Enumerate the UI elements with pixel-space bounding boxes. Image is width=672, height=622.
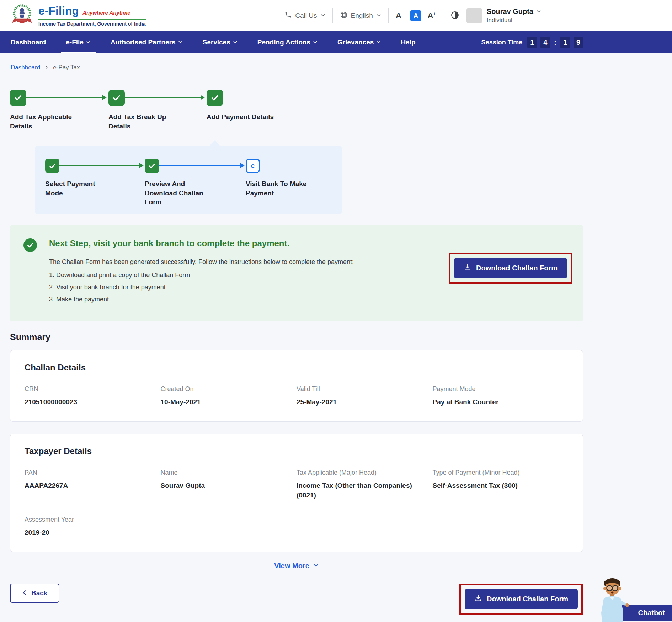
session-digit: 1 — [527, 37, 537, 48]
call-us-label: Call Us — [295, 12, 317, 20]
field-payment-mode: Payment Mode Pay at Bank Counter — [433, 385, 569, 407]
step-label-tax-applicable: Add Tax Applicable Details — [10, 112, 80, 131]
nav-item-services[interactable]: Services — [203, 31, 238, 53]
chevron-down-icon — [178, 38, 183, 46]
back-button[interactable]: Back — [10, 584, 59, 603]
header-divider — [388, 8, 389, 23]
brand-subtitle: Income Tax Department, Government of Ind… — [38, 21, 146, 27]
globe-icon — [340, 11, 348, 21]
nav-item-help[interactable]: Help — [401, 31, 415, 53]
breadcrumb-current: e-Pay Tax — [53, 64, 80, 71]
field-name: Name Sourav Gupta — [161, 469, 297, 500]
session-timer-label: Session Time — [481, 39, 523, 46]
step-complete-icon — [207, 90, 223, 106]
taxpayer-details-card: Taxpayer Details PAN AAAPA2267A Name Sou… — [10, 434, 583, 552]
substep-complete-icon — [45, 159, 59, 173]
field-pan: PAN AAAPA2267A — [25, 469, 161, 500]
nav-item-authorised-partners[interactable]: Authorised Partners — [111, 31, 183, 53]
brand-logo: e-Filing Anywhere Anytime Income Tax Dep… — [11, 3, 146, 28]
field-major-head: Tax Applicable (Major Head) Income Tax (… — [297, 469, 433, 500]
field-valid-till: Valid Till 25-May-2021 — [297, 385, 433, 407]
banner-intro: The Challan Form has been generated succ… — [49, 258, 437, 266]
nav-item-efile[interactable]: e-File — [66, 31, 91, 53]
substep-label-select-payment-mode: Select Payment Mode — [45, 179, 102, 197]
chevron-down-icon — [376, 12, 381, 20]
chevron-down-icon — [313, 38, 318, 46]
step-complete-icon — [108, 90, 125, 106]
chevron-down-icon — [313, 562, 319, 570]
chevron-right-icon — [44, 64, 49, 71]
download-challan-button-bottom[interactable]: Download Challan Form — [465, 589, 578, 609]
step-complete-icon — [10, 90, 26, 106]
substep-label-visit-bank: Visit Bank To Make Payment — [246, 179, 313, 197]
session-digit: 9 — [574, 37, 583, 48]
govt-emblem-icon — [11, 3, 33, 28]
chevron-left-icon — [22, 589, 27, 597]
banner-instruction: 3. Make the payment — [49, 296, 437, 303]
header-divider — [332, 8, 333, 23]
chevron-down-icon — [376, 38, 381, 46]
nav-item-pending-actions[interactable]: Pending Actions — [257, 31, 318, 53]
step-label-payment-details: Add Payment Details — [207, 112, 276, 122]
brand-tagline: Anywhere Anytime — [82, 10, 130, 16]
session-timer: Session Time 1 4 : 1 9 — [481, 37, 583, 48]
font-decrease-button[interactable]: A− — [396, 11, 404, 20]
stepper-connector — [125, 97, 201, 98]
top-header: e-Filing Anywhere Anytime Income Tax Dep… — [0, 0, 672, 31]
download-icon — [464, 263, 471, 273]
taxpayer-details-title: Taxpayer Details — [25, 446, 569, 456]
substepper-connector — [59, 165, 140, 166]
language-label: English — [351, 12, 373, 20]
download-icon — [474, 594, 482, 604]
substep-current-icon: c — [246, 159, 260, 173]
field-assessment-year: Assessment Year 2019-20 — [25, 516, 161, 538]
font-increase-button[interactable]: A+ — [427, 11, 436, 20]
substep-label-preview-download: Preview And Download Challan Form — [145, 179, 207, 207]
banner-instruction: 2. Visit your bank branch for the paymen… — [49, 284, 437, 291]
brand-divider — [38, 19, 146, 20]
user-role: Individual — [487, 17, 541, 24]
annotation-highlight-box: Download Challan Form — [449, 253, 572, 284]
chevron-down-icon — [536, 7, 541, 16]
chevron-down-icon — [320, 12, 325, 20]
main-stepper: Add Tax Applicable Details Add Tax Break… — [10, 90, 583, 139]
success-check-icon — [23, 238, 37, 252]
user-name: Sourav Gupta — [487, 7, 533, 16]
step-label-tax-breakup: Add Tax Break Up Details — [108, 112, 178, 131]
download-challan-button[interactable]: Download Challan Form — [454, 258, 567, 278]
banner-title: Next Step, visit your bank branch to com… — [49, 238, 437, 248]
chatbot-avatar[interactable] — [594, 578, 630, 622]
chevron-down-icon — [86, 38, 91, 46]
field-created-on: Created On 10-May-2021 — [161, 385, 297, 407]
success-banner: Next Step, visit your bank branch to com… — [10, 225, 583, 321]
contrast-toggle-icon[interactable] — [450, 11, 459, 21]
challan-details-title: Challan Details — [25, 363, 569, 373]
call-us-menu[interactable]: Call Us — [284, 11, 325, 20]
user-menu[interactable]: Sourav Gupta Individual — [466, 7, 541, 24]
session-colon: : — [554, 38, 556, 47]
session-digit: 1 — [560, 37, 570, 48]
breadcrumb: Dashboard e-Pay Tax — [11, 64, 672, 71]
chatbot-label: Chatbot — [638, 609, 665, 617]
language-menu[interactable]: English — [340, 11, 381, 21]
font-normal-button[interactable]: A — [410, 10, 421, 21]
substepper-connector — [159, 165, 241, 166]
chevron-down-icon — [233, 38, 238, 46]
substep-complete-icon — [145, 159, 159, 173]
field-minor-head: Type of Payment (Minor Head) Self-Assess… — [433, 469, 569, 500]
banner-instruction: 1. Download and print a copy of the Chal… — [49, 272, 437, 279]
payment-substepper: c Select Payment Mode Preview And Downlo… — [35, 146, 342, 214]
nav-item-grievances[interactable]: Grievances — [337, 31, 381, 53]
view-more-link[interactable]: View More — [10, 562, 583, 570]
breadcrumb-dashboard-link[interactable]: Dashboard — [11, 64, 40, 71]
summary-heading: Summary — [10, 332, 583, 342]
phone-icon — [284, 11, 292, 20]
stepper-connector — [26, 97, 103, 98]
session-digit: 4 — [540, 37, 550, 48]
main-nav: Dashboard e-File Authorised Partners Ser… — [0, 31, 672, 53]
field-crn: CRN 21051000000023 — [25, 385, 161, 407]
annotation-highlight-box: Download Challan Form — [459, 584, 583, 615]
nav-item-dashboard[interactable]: Dashboard — [11, 31, 46, 53]
avatar — [466, 8, 482, 23]
challan-details-card: Challan Details CRN 21051000000023 Creat… — [10, 350, 583, 422]
